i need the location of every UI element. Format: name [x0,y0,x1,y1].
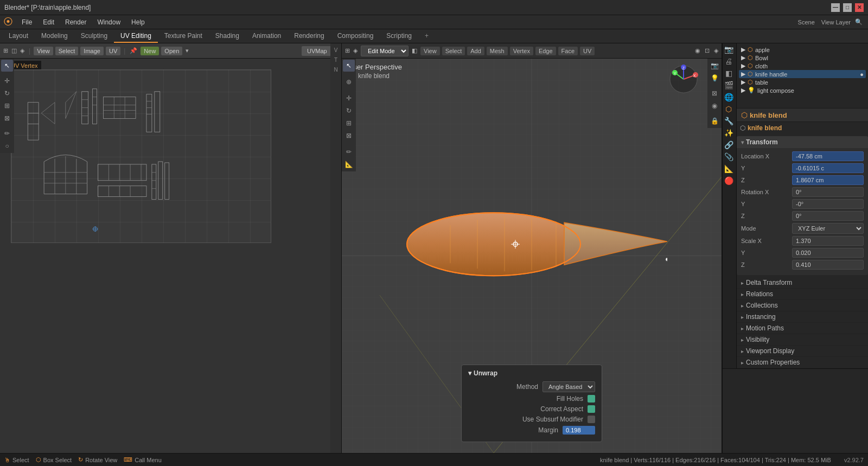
delta-transform-section[interactable]: ▸ Delta Transform [737,277,868,289]
menu-help[interactable]: Help [127,17,149,27]
close-button[interactable]: ✕ [855,3,864,12]
props-scene-icon[interactable]: 🎬 [723,79,735,91]
uv-image-menu[interactable]: Image [80,47,104,55]
uv-open-button[interactable]: Open [161,47,182,55]
vp-perspective-icon[interactable]: ⊠ [709,87,720,99]
tab-texture-paint[interactable]: Texture Paint [158,29,209,43]
minimize-button[interactable]: — [831,3,840,12]
tab-scripting[interactable]: Scripting [380,29,418,43]
search-icon[interactable]: 🔍 [855,18,863,25]
uv-image-browse-icon[interactable]: ▾ [184,47,190,55]
tab-uv-editing[interactable]: UV Editing [114,29,158,43]
menu-file[interactable]: File [17,17,36,27]
props-object-icon[interactable]: ⬡ [723,103,735,115]
vp-cursor-tool[interactable]: ⊕ [343,76,355,88]
vp-edge-menu[interactable]: Edge [535,47,556,55]
uv-view-menu[interactable]: View [34,47,53,55]
uv-transform-tool[interactable]: ✛ [1,75,13,87]
rotation-x-input[interactable] [792,187,864,197]
vp-lock-icon[interactable]: 🔒 [709,115,720,127]
collections-section[interactable]: ▸ Collections [737,300,868,311]
scene-area[interactable]: User Perspective (0) knife blend X Y [342,59,722,453]
tab-add[interactable]: + [418,29,435,43]
location-z-input[interactable] [792,175,864,185]
uv-strip-view[interactable]: V [331,46,340,54]
instancing-section[interactable]: ▸ Instancing [737,311,868,323]
vp-move-tool[interactable]: ✛ [343,92,355,104]
uv-select-menu[interactable]: Select [55,47,79,55]
viewport-xray-icon[interactable]: ◈ [713,47,719,55]
props-world-icon[interactable]: 🌐 [723,91,735,103]
vp-mesh-menu[interactable]: Mesh [487,47,508,55]
vp-measure-tool[interactable]: 📐 [343,158,355,170]
uv-new-button[interactable]: New [141,47,159,55]
uv-strip-n[interactable]: N [331,65,340,74]
uv-uv-menu[interactable]: UV [106,47,120,55]
viewport-display-icon[interactable]: ◉ [694,47,701,55]
edit-mode-select[interactable]: Edit Mode [361,46,409,56]
uv-draw-tool[interactable]: ✏ [1,127,13,139]
vp-select-tool[interactable]: ↖ [343,60,355,72]
menu-window[interactable]: Window [93,17,125,27]
use-subsurf-checkbox[interactable] [588,416,595,423]
props-render-icon[interactable]: 📷 [723,43,735,55]
uv-select-tool[interactable]: ↖ [1,60,13,72]
rotation-mode-select[interactable]: XYZ Euler [792,223,864,234]
transform-section-header[interactable]: ▾ Transform [737,136,868,148]
uv-rotate-tool[interactable]: ↻ [1,87,13,99]
hier-item-table[interactable]: ▶ ⬡ table [739,78,866,86]
tab-modeling[interactable]: Modeling [35,29,74,43]
relations-section[interactable]: ▸ Relations [737,289,868,300]
tab-rendering[interactable]: Rendering [288,29,330,43]
nav-gizmo[interactable]: X Y Z [667,63,700,95]
maximize-button[interactable]: □ [843,3,852,12]
vp-camera-icon[interactable]: 📷 [709,60,720,72]
hier-item-cloth[interactable]: ▶ ⬡ cloth [739,62,866,70]
scale-x-input[interactable] [792,236,864,246]
vp-annotate-tool[interactable]: ✏ [343,146,355,158]
menu-render[interactable]: Render [61,17,91,27]
props-data-icon[interactable]: 📐 [723,163,735,175]
location-y-input[interactable] [792,163,864,173]
props-physics-icon[interactable]: 🔗 [723,139,735,151]
viewport-display-section[interactable]: ▸ Viewport Display [737,346,868,357]
uv-strip-tool[interactable]: T [331,55,340,64]
visibility-section[interactable]: ▸ Visibility [737,334,868,346]
vp-scale-tool[interactable]: ⊞ [343,117,355,129]
tab-animation[interactable]: Animation [246,29,288,43]
tab-layout[interactable]: Layout [2,29,35,43]
vp-rotate-tool[interactable]: ↻ [343,105,355,117]
vp-vertex-menu[interactable]: Vertex [510,47,533,55]
margin-input[interactable] [563,426,595,435]
hier-item-knife-handle[interactable]: ▶ ⬡ knife handle ● [739,70,866,78]
hier-item-bowl[interactable]: ▶ ⬡ Bowl [739,54,866,62]
vp-overlay-icon[interactable]: ◉ [709,100,720,112]
scale-y-input[interactable] [792,248,864,258]
props-modifier-icon[interactable]: 🔧 [723,115,735,127]
method-select[interactable]: Angle Based [542,381,595,392]
scale-z-input[interactable] [792,260,864,270]
props-output-icon[interactable]: 🖨 [723,55,735,67]
vp-face-menu[interactable]: Face [558,47,578,55]
location-x-input[interactable] [792,151,864,161]
motion-paths-section[interactable]: ▸ Motion Paths [737,323,868,334]
menu-edit[interactable]: Edit [39,17,59,27]
props-material-icon[interactable]: 🔴 [723,175,735,187]
props-view-layer-icon[interactable]: ◧ [723,67,735,79]
tab-shading[interactable]: Shading [209,29,246,43]
custom-properties-section[interactable]: ▸ Custom Properties [737,357,868,368]
viewport-overlay-icon[interactable]: ⊡ [704,47,711,55]
vp-select-menu[interactable]: Select [442,47,465,55]
vp-transform-tool[interactable]: ⊠ [343,130,355,142]
hier-item-apple[interactable]: ▶ ⬡ apple [739,46,866,54]
tab-sculpting[interactable]: Sculpting [74,29,114,43]
vp-light-icon[interactable]: 💡 [709,72,720,84]
vp-uv-menu[interactable]: UV [580,47,595,55]
uv-scale-tool[interactable]: ⊞ [1,100,13,112]
uv-annotate-tool[interactable]: ○ [1,140,13,152]
tab-compositing[interactable]: Compositing [331,29,380,43]
fill-holes-checkbox[interactable] [588,395,595,403]
uv-viewport[interactable]: ▸ UV Vertex [0,59,341,453]
uv-tool-icon-1[interactable]: ⊞ [2,47,9,55]
hier-item-light[interactable]: ▶ 💡 light compose [739,86,866,94]
